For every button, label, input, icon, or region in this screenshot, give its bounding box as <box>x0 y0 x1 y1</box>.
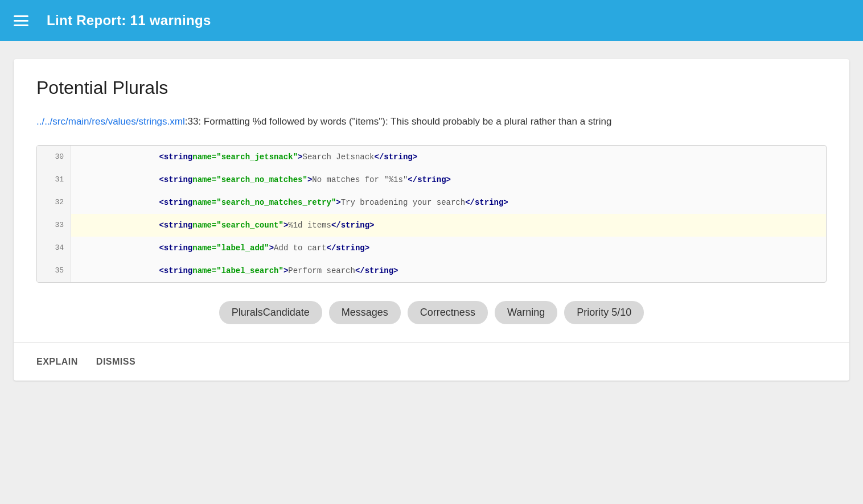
line-content: <string name="search_no_matches">No matc… <box>71 168 462 191</box>
code-line-34: 34 <string name="label_add">Add to cart<… <box>37 237 826 259</box>
tag-messages: Messages <box>329 301 401 324</box>
line-number: 33 <box>37 214 71 237</box>
issue-description: ../../src/main/res/values/strings.xml:33… <box>36 114 827 129</box>
section-title: Potential Plurals <box>36 77 827 98</box>
line-number: 31 <box>37 168 71 191</box>
header-title: Lint Report: 11 warnings <box>47 13 211 28</box>
line-content: <string name="search_count">%1d items</s… <box>71 214 386 237</box>
code-line-35: 35 <string name="label_search">Perform s… <box>37 259 826 282</box>
line-content: <string name="label_add">Add to cart</st… <box>71 237 381 259</box>
card-footer: EXPLAIN DISMISS <box>14 343 849 381</box>
file-link[interactable]: ../../src/main/res/values/strings.xml <box>36 116 185 127</box>
tag-plurals-candidate: PluralsCandidate <box>219 301 322 324</box>
line-content: <string name="search_jetsnack">Search Je… <box>71 146 429 168</box>
line-number: 34 <box>37 237 71 259</box>
line-number: 35 <box>37 259 71 282</box>
issue-detail-text: :33: Formatting %d followed by words ("i… <box>185 116 612 127</box>
line-content: <string name="label_search">Perform sear… <box>71 259 410 282</box>
tag-warning: Warning <box>495 301 557 324</box>
lint-issue-card: Potential Plurals ../../src/main/res/val… <box>14 59 849 381</box>
explain-button[interactable]: EXPLAIN <box>36 354 78 369</box>
line-content: <string name="search_no_matches_retry">T… <box>71 191 520 214</box>
tag-correctness: Correctness <box>408 301 488 324</box>
code-line-32: 32 <string name="search_no_matches_retry… <box>37 191 826 214</box>
tag-priority: Priority 5/10 <box>564 301 644 324</box>
tags-row: PluralsCandidate Messages Correctness Wa… <box>14 301 849 342</box>
app-header: Lint Report: 11 warnings <box>0 0 863 41</box>
code-line-31: 31 <string name="search_no_matches">No m… <box>37 168 826 191</box>
main-content: Potential Plurals ../../src/main/res/val… <box>0 41 863 394</box>
code-line-33-highlighted: 33 <string name="search_count">%1d items… <box>37 214 826 237</box>
code-line-30: 30 <string name="search_jetsnack">Search… <box>37 146 826 168</box>
line-number: 30 <box>37 146 71 168</box>
card-body: Potential Plurals ../../src/main/res/val… <box>14 59 849 283</box>
hamburger-menu-icon[interactable] <box>14 15 28 26</box>
code-block: 30 <string name="search_jetsnack">Search… <box>36 145 827 283</box>
line-number: 32 <box>37 191 71 214</box>
dismiss-button[interactable]: DISMISS <box>96 354 135 369</box>
